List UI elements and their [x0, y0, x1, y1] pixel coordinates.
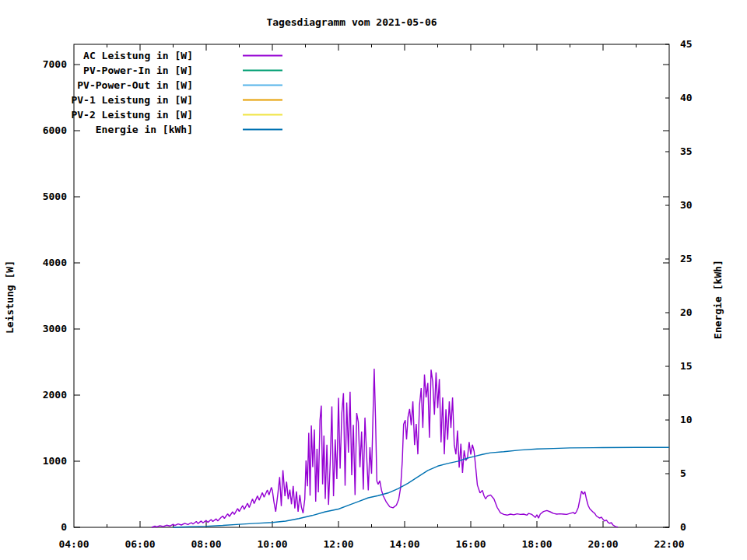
y2-axis-tick-label: 30 [680, 199, 693, 211]
series-line-ac-leistung-in-w [152, 369, 618, 527]
y2-axis-tick-label: 10 [680, 414, 693, 425]
legend-label: AC Leistung in [W] [83, 50, 193, 61]
y2-axis-title: Energie [kWh] [712, 260, 724, 339]
x-axis-tick-label: 22:00 [654, 538, 684, 550]
chart-title: Tagesdiagramm vom 2021-05-06 [266, 16, 437, 28]
y-axis-tick-label: 4000 [43, 257, 67, 268]
x-axis-tick-label: 12:00 [323, 538, 353, 550]
y2-axis-tick-label: 20 [680, 306, 693, 318]
plot-canvas: Tagesdiagramm vom 2021-05-0604:0006:0008… [0, 0, 747, 560]
y-axis-title: Leistung [W] [4, 261, 16, 334]
legend-label: PV-Power-Out in [W] [77, 79, 193, 91]
x-axis-tick-label: 14:00 [389, 538, 419, 550]
x-axis-tick-label: 20:00 [587, 538, 618, 550]
y2-axis-tick-label: 15 [680, 360, 693, 372]
x-axis-tick-label: 18:00 [521, 538, 552, 550]
y2-axis-tick-label: 25 [680, 253, 693, 264]
tagesdiagramm-chart: Tagesdiagramm vom 2021-05-0604:0006:0008… [0, 0, 747, 560]
series-line-energie-in-kwh [174, 447, 670, 527]
y-axis-tick-label: 1000 [43, 455, 67, 467]
y2-axis-tick-label: 40 [680, 92, 693, 103]
legend-label: PV-2 Leistung in [W] [71, 109, 193, 121]
y2-axis-tick-label: 35 [680, 145, 693, 157]
x-axis-tick-label: 16:00 [455, 538, 486, 550]
y2-axis-tick-label: 0 [680, 521, 686, 533]
y2-axis-tick-label: 45 [680, 38, 693, 50]
y-axis-tick-label: 2000 [43, 389, 67, 401]
y-axis-tick-label: 6000 [43, 124, 67, 136]
x-axis-tick-label: 04:00 [58, 538, 89, 550]
legend-label: PV-1 Leistung in [W] [71, 94, 193, 106]
y-axis-tick-label: 0 [61, 521, 67, 533]
legend-label: Energie in [kWh] [96, 124, 193, 135]
legend: AC Leistung in [W]PV-Power-In in [W]PV-P… [71, 50, 282, 135]
y-axis-tick-label: 5000 [43, 191, 67, 202]
y2-axis-tick-label: 5 [680, 467, 686, 479]
y-axis-tick-label: 3000 [43, 323, 67, 334]
x-axis-tick-label: 06:00 [124, 538, 155, 550]
legend-label: PV-Power-In in [W] [83, 65, 193, 76]
x-axis-tick-label: 10:00 [257, 538, 287, 550]
y-axis-tick-label: 7000 [43, 58, 67, 70]
x-axis-tick-label: 08:00 [191, 538, 221, 550]
